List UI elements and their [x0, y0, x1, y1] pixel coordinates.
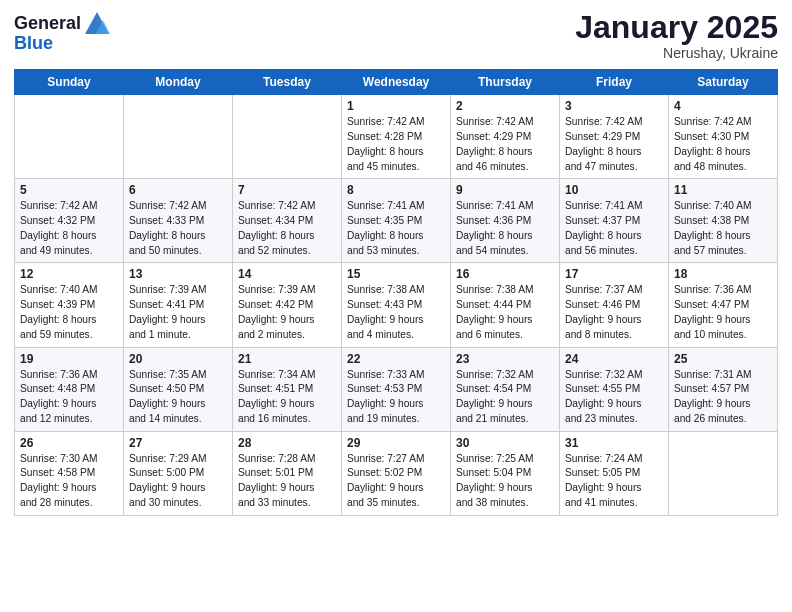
day-number: 10: [565, 183, 663, 197]
day-number: 26: [20, 436, 118, 450]
weekday-header-wednesday: Wednesday: [342, 70, 451, 95]
page: General Blue January 2025 Nerushay, Ukra…: [0, 0, 792, 612]
calendar-day-cell: 6Sunrise: 7:42 AMSunset: 4:33 PMDaylight…: [124, 179, 233, 263]
calendar-day-cell: 8Sunrise: 7:41 AMSunset: 4:35 PMDaylight…: [342, 179, 451, 263]
day-info: Sunrise: 7:42 AMSunset: 4:30 PMDaylight:…: [674, 115, 772, 174]
calendar-day-cell: 9Sunrise: 7:41 AMSunset: 4:36 PMDaylight…: [451, 179, 560, 263]
day-info: Sunrise: 7:42 AMSunset: 4:32 PMDaylight:…: [20, 199, 118, 258]
day-number: 7: [238, 183, 336, 197]
day-info: Sunrise: 7:32 AMSunset: 4:55 PMDaylight:…: [565, 368, 663, 427]
day-number: 5: [20, 183, 118, 197]
calendar-day-cell: 21Sunrise: 7:34 AMSunset: 4:51 PMDayligh…: [233, 347, 342, 431]
day-info: Sunrise: 7:40 AMSunset: 4:38 PMDaylight:…: [674, 199, 772, 258]
day-number: 16: [456, 267, 554, 281]
day-number: 11: [674, 183, 772, 197]
day-number: 8: [347, 183, 445, 197]
day-info: Sunrise: 7:34 AMSunset: 4:51 PMDaylight:…: [238, 368, 336, 427]
calendar-day-cell: 16Sunrise: 7:38 AMSunset: 4:44 PMDayligh…: [451, 263, 560, 347]
calendar-day-cell: 24Sunrise: 7:32 AMSunset: 4:55 PMDayligh…: [560, 347, 669, 431]
calendar-day-cell: 12Sunrise: 7:40 AMSunset: 4:39 PMDayligh…: [15, 263, 124, 347]
calendar-day-cell: 5Sunrise: 7:42 AMSunset: 4:32 PMDaylight…: [15, 179, 124, 263]
day-number: 24: [565, 352, 663, 366]
day-info: Sunrise: 7:41 AMSunset: 4:37 PMDaylight:…: [565, 199, 663, 258]
calendar-empty-cell: [15, 95, 124, 179]
calendar-day-cell: 20Sunrise: 7:35 AMSunset: 4:50 PMDayligh…: [124, 347, 233, 431]
calendar-day-cell: 22Sunrise: 7:33 AMSunset: 4:53 PMDayligh…: [342, 347, 451, 431]
day-number: 1: [347, 99, 445, 113]
day-info: Sunrise: 7:36 AMSunset: 4:48 PMDaylight:…: [20, 368, 118, 427]
calendar-day-cell: 4Sunrise: 7:42 AMSunset: 4:30 PMDaylight…: [669, 95, 778, 179]
calendar-day-cell: 27Sunrise: 7:29 AMSunset: 5:00 PMDayligh…: [124, 431, 233, 515]
day-info: Sunrise: 7:36 AMSunset: 4:47 PMDaylight:…: [674, 283, 772, 342]
calendar-table: SundayMondayTuesdayWednesdayThursdayFrid…: [14, 69, 778, 516]
day-number: 13: [129, 267, 227, 281]
calendar-week-row: 12Sunrise: 7:40 AMSunset: 4:39 PMDayligh…: [15, 263, 778, 347]
day-number: 14: [238, 267, 336, 281]
day-info: Sunrise: 7:25 AMSunset: 5:04 PMDaylight:…: [456, 452, 554, 511]
calendar-day-cell: 3Sunrise: 7:42 AMSunset: 4:29 PMDaylight…: [560, 95, 669, 179]
day-number: 23: [456, 352, 554, 366]
weekday-header-tuesday: Tuesday: [233, 70, 342, 95]
calendar-week-row: 5Sunrise: 7:42 AMSunset: 4:32 PMDaylight…: [15, 179, 778, 263]
day-number: 22: [347, 352, 445, 366]
logo-general-text: General: [14, 14, 81, 34]
day-info: Sunrise: 7:39 AMSunset: 4:42 PMDaylight:…: [238, 283, 336, 342]
day-number: 30: [456, 436, 554, 450]
day-number: 3: [565, 99, 663, 113]
day-info: Sunrise: 7:37 AMSunset: 4:46 PMDaylight:…: [565, 283, 663, 342]
day-number: 4: [674, 99, 772, 113]
day-info: Sunrise: 7:24 AMSunset: 5:05 PMDaylight:…: [565, 452, 663, 511]
calendar-week-row: 19Sunrise: 7:36 AMSunset: 4:48 PMDayligh…: [15, 347, 778, 431]
day-number: 20: [129, 352, 227, 366]
calendar-day-cell: 31Sunrise: 7:24 AMSunset: 5:05 PMDayligh…: [560, 431, 669, 515]
calendar-day-cell: 28Sunrise: 7:28 AMSunset: 5:01 PMDayligh…: [233, 431, 342, 515]
day-info: Sunrise: 7:30 AMSunset: 4:58 PMDaylight:…: [20, 452, 118, 511]
day-info: Sunrise: 7:42 AMSunset: 4:29 PMDaylight:…: [456, 115, 554, 174]
weekday-header-monday: Monday: [124, 70, 233, 95]
day-info: Sunrise: 7:28 AMSunset: 5:01 PMDaylight:…: [238, 452, 336, 511]
day-number: 6: [129, 183, 227, 197]
weekday-header-thursday: Thursday: [451, 70, 560, 95]
calendar-day-cell: 26Sunrise: 7:30 AMSunset: 4:58 PMDayligh…: [15, 431, 124, 515]
day-number: 9: [456, 183, 554, 197]
calendar-empty-cell: [669, 431, 778, 515]
calendar-day-cell: 18Sunrise: 7:36 AMSunset: 4:47 PMDayligh…: [669, 263, 778, 347]
day-info: Sunrise: 7:27 AMSunset: 5:02 PMDaylight:…: [347, 452, 445, 511]
day-number: 28: [238, 436, 336, 450]
day-number: 17: [565, 267, 663, 281]
weekday-header-sunday: Sunday: [15, 70, 124, 95]
calendar-day-cell: 15Sunrise: 7:38 AMSunset: 4:43 PMDayligh…: [342, 263, 451, 347]
day-number: 25: [674, 352, 772, 366]
day-number: 19: [20, 352, 118, 366]
calendar-week-row: 26Sunrise: 7:30 AMSunset: 4:58 PMDayligh…: [15, 431, 778, 515]
header: General Blue January 2025 Nerushay, Ukra…: [14, 10, 778, 61]
day-number: 12: [20, 267, 118, 281]
calendar-empty-cell: [124, 95, 233, 179]
month-title: January 2025: [575, 10, 778, 45]
logo-blue-text: Blue: [14, 33, 53, 53]
day-info: Sunrise: 7:38 AMSunset: 4:44 PMDaylight:…: [456, 283, 554, 342]
day-info: Sunrise: 7:41 AMSunset: 4:36 PMDaylight:…: [456, 199, 554, 258]
day-info: Sunrise: 7:31 AMSunset: 4:57 PMDaylight:…: [674, 368, 772, 427]
calendar-day-cell: 14Sunrise: 7:39 AMSunset: 4:42 PMDayligh…: [233, 263, 342, 347]
calendar-day-cell: 10Sunrise: 7:41 AMSunset: 4:37 PMDayligh…: [560, 179, 669, 263]
title-block: January 2025 Nerushay, Ukraine: [575, 10, 778, 61]
day-info: Sunrise: 7:35 AMSunset: 4:50 PMDaylight:…: [129, 368, 227, 427]
day-info: Sunrise: 7:33 AMSunset: 4:53 PMDaylight:…: [347, 368, 445, 427]
day-info: Sunrise: 7:38 AMSunset: 4:43 PMDaylight:…: [347, 283, 445, 342]
day-number: 31: [565, 436, 663, 450]
calendar-day-cell: 7Sunrise: 7:42 AMSunset: 4:34 PMDaylight…: [233, 179, 342, 263]
location-subtitle: Nerushay, Ukraine: [575, 45, 778, 61]
day-number: 21: [238, 352, 336, 366]
calendar-day-cell: 19Sunrise: 7:36 AMSunset: 4:48 PMDayligh…: [15, 347, 124, 431]
day-info: Sunrise: 7:39 AMSunset: 4:41 PMDaylight:…: [129, 283, 227, 342]
day-number: 29: [347, 436, 445, 450]
calendar-day-cell: 17Sunrise: 7:37 AMSunset: 4:46 PMDayligh…: [560, 263, 669, 347]
day-number: 27: [129, 436, 227, 450]
weekday-header-saturday: Saturday: [669, 70, 778, 95]
calendar-day-cell: 11Sunrise: 7:40 AMSunset: 4:38 PMDayligh…: [669, 179, 778, 263]
logo-icon: [83, 10, 111, 38]
calendar-day-cell: 13Sunrise: 7:39 AMSunset: 4:41 PMDayligh…: [124, 263, 233, 347]
day-info: Sunrise: 7:42 AMSunset: 4:34 PMDaylight:…: [238, 199, 336, 258]
logo: General Blue: [14, 10, 111, 54]
